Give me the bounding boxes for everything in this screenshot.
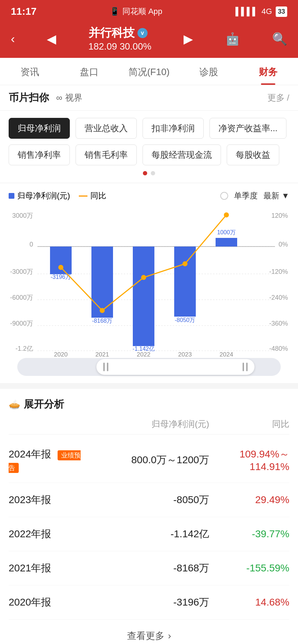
- filter-eps[interactable]: 每股收益: [227, 144, 279, 165]
- sub-nav-tag[interactable]: ∞ 视界: [56, 92, 82, 104]
- filter-row-1: 归母净利润 营业总收入 扣非净利润 净资产收益率...: [9, 118, 289, 139]
- svg-text:-8050万: -8050万: [175, 317, 195, 323]
- prev-stock-button[interactable]: ◀: [47, 32, 56, 46]
- handle-bar-left2: [107, 363, 108, 371]
- filter-ocf[interactable]: 每股经营现金流: [143, 144, 221, 165]
- search-button[interactable]: 🔍: [272, 32, 287, 46]
- chart-scroll-track[interactable]: [17, 358, 281, 376]
- quarter-radio[interactable]: [220, 192, 228, 200]
- stock-price: 182.09: [89, 41, 117, 52]
- filter-revenue[interactable]: 营业总收入: [76, 118, 137, 139]
- chart-section: 归母净利润(元) 同比 单季度 最新 ▼ 3000万 0 -3000万 -600…: [0, 183, 298, 383]
- more-button[interactable]: 更多 /: [267, 92, 289, 104]
- dot-2020: [58, 265, 63, 270]
- row-change-2022: -39.77%: [209, 528, 289, 540]
- svg-text:-240%: -240%: [269, 294, 288, 301]
- view-more-row: 查看更多 › 🔍: [9, 620, 289, 644]
- row-change-2024: 109.94%～114.91%: [209, 447, 289, 473]
- legend-yoy-label: 同比: [90, 190, 106, 201]
- filter-gross-margin[interactable]: 销售毛利率: [76, 144, 137, 165]
- svg-text:-8168万: -8168万: [92, 318, 113, 324]
- tab-zhengu[interactable]: 诊股: [179, 58, 239, 85]
- status-time: 11:17: [11, 6, 37, 17]
- legend-profit: 归母净利润(元): [9, 190, 70, 201]
- bar-2023: [174, 247, 196, 317]
- app-name: 同花顺 App: [122, 6, 162, 17]
- col-header-value: 归母净利润(元): [89, 418, 209, 430]
- row-year-2024: 2024年报 业绩预告: [9, 447, 89, 473]
- tab-jiankuang[interactable]: 简况(F10): [119, 58, 179, 85]
- filter-guimu-profit[interactable]: 归母净利润: [9, 118, 70, 139]
- row-year-2023: 2023年报: [9, 493, 89, 507]
- filter-deducted-profit[interactable]: 扣非净利润: [143, 118, 204, 139]
- table-row: 2024年报 业绩预告 800.0万～1200万 109.94%～114.91%: [9, 437, 289, 483]
- legend-orange-line: [79, 196, 87, 197]
- handle-bar-right2: [246, 363, 248, 371]
- legend-right: 单季度 最新 ▼: [220, 190, 289, 201]
- battery-indicator: 33: [276, 6, 287, 17]
- svg-text:2022: 2022: [137, 351, 150, 358]
- pie-icon: 🥧: [9, 399, 20, 410]
- view-more-button[interactable]: 查看更多 ›: [9, 620, 289, 644]
- sub-nav-title: 币片扫你: [9, 91, 49, 105]
- sub-nav: 币片扫你 ∞ 视界 更多 /: [0, 85, 298, 111]
- dot-2: [151, 171, 155, 175]
- row-change-2020: 14.68%: [209, 597, 289, 608]
- row-change-2021: -155.59%: [209, 562, 289, 574]
- svg-text:2020: 2020: [54, 351, 68, 358]
- next-stock-button[interactable]: ▶: [184, 32, 193, 46]
- table-row: 2021年报 -8168万 -155.59%: [9, 551, 289, 585]
- tab-zixun[interactable]: 资讯: [0, 58, 60, 85]
- svg-text:2024: 2024: [220, 351, 233, 358]
- filter-section: 归母净利润 营业总收入 扣非净利润 净资产收益率... 销售净利率 销售毛利率 …: [0, 111, 298, 183]
- main-tabs: 资讯 盘口 简况(F10) 诊股 财务: [0, 58, 298, 85]
- network-type: 4G: [262, 7, 272, 16]
- bar-chart: 3000万 0 -3000万 -6000万 -9000万 -1.2亿 120% …: [6, 207, 292, 358]
- svg-text:-1.2亿: -1.2亿: [15, 345, 33, 352]
- legend-left: 归母净利润(元) 同比: [9, 190, 106, 201]
- tab-pankou[interactable]: 盘口: [60, 58, 119, 85]
- svg-text:120%: 120%: [271, 212, 288, 219]
- dot-1: [143, 171, 147, 175]
- back-button[interactable]: ‹: [11, 32, 15, 46]
- dot-2023: [182, 261, 188, 266]
- handle-bar-left: [103, 363, 105, 371]
- row-value-2021: -8168万: [89, 561, 209, 575]
- bar-2021: [91, 247, 113, 318]
- row-year-2021: 2021年报: [9, 561, 89, 575]
- bar-2020: [50, 247, 72, 274]
- dot-2021: [100, 308, 105, 313]
- table-row: 2023年报 -8050万 29.49%: [9, 483, 289, 517]
- svg-text:0%: 0%: [279, 241, 288, 248]
- legend-profit-label: 归母净利润(元): [17, 190, 70, 201]
- stock-name: 并行科技: [89, 25, 135, 41]
- chart-scroll-handle[interactable]: [96, 359, 254, 375]
- svg-text:-480%: -480%: [269, 345, 288, 352]
- quarter-label: 单季度: [234, 190, 258, 201]
- bar-2022: [133, 247, 154, 346]
- infinity-icon: ∞: [56, 93, 62, 103]
- filter-roe[interactable]: 净资产收益率...: [209, 118, 286, 139]
- table-row: 2022年报 -1.142亿 -39.77%: [9, 517, 289, 551]
- svg-text:-360%: -360%: [269, 320, 288, 327]
- stock-name-bar: 并行科技 v: [89, 25, 152, 41]
- column-headers: 归母净利润(元) 同比: [9, 418, 289, 434]
- robot-icon[interactable]: 🤖: [225, 32, 240, 46]
- svg-text:-6000万: -6000万: [10, 294, 33, 301]
- svg-text:-120%: -120%: [269, 268, 288, 275]
- svg-text:-9000万: -9000万: [10, 320, 33, 327]
- legend-yoy: 同比: [79, 190, 106, 201]
- svg-text:2023: 2023: [178, 351, 192, 358]
- tab-caiwu[interactable]: 财务: [238, 58, 298, 85]
- dropdown-arrow: ▼: [281, 191, 289, 201]
- app-icon: 📱: [110, 7, 119, 16]
- filter-net-margin[interactable]: 销售净利率: [9, 144, 70, 165]
- chart-legend: 归母净利润(元) 同比 单季度 最新 ▼: [9, 190, 289, 201]
- analysis-section: 🥧 展开分析 归母净利润(元) 同比 2024年报 业绩预告 800.0万～12…: [0, 389, 298, 644]
- stock-info: 并行科技 v 182.09 30.00%: [89, 25, 152, 52]
- stock-price-change: 182.09 30.00%: [89, 41, 152, 52]
- chevron-right-icon: ›: [168, 630, 171, 641]
- svg-text:0: 0: [30, 241, 33, 248]
- latest-dropdown[interactable]: 最新 ▼: [263, 190, 289, 201]
- status-right: ▌▌▌▌ 4G 33: [235, 6, 287, 17]
